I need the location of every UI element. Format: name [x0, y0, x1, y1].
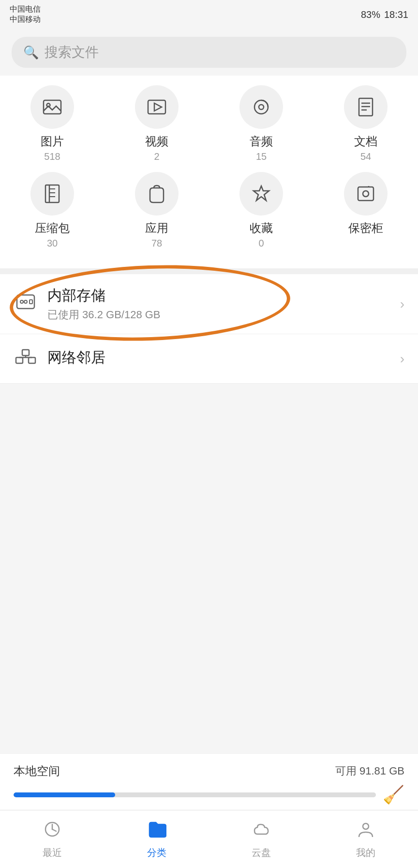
svg-rect-16: [358, 187, 373, 201]
status-right: 83% 18:31: [361, 9, 408, 20]
audio-icon-circle: [239, 85, 283, 129]
local-space-bar-row: 🧹: [14, 785, 404, 805]
search-bar[interactable]: 🔍 搜索文件: [12, 37, 406, 68]
status-bar: 中国电信 中国移动 83% 18:31: [0, 0, 418, 29]
broom-icon[interactable]: 🧹: [383, 785, 404, 805]
category-images[interactable]: 图片 518: [0, 85, 104, 162]
search-placeholder: 搜索文件: [45, 43, 99, 62]
audio-count: 15: [256, 151, 267, 162]
archive-count: 30: [47, 238, 58, 249]
internal-storage-wrapper: 内部存储 已使用 36.2 GB/128 GB ›: [0, 274, 418, 334]
video-count: 2: [154, 151, 159, 162]
svg-point-20: [20, 300, 23, 303]
local-space-section: 本地空间 可用 91.81 GB 🧹: [0, 753, 418, 810]
carrier-info: 中国电信 中国移动: [10, 4, 41, 25]
storage-section: 内部存储 已使用 36.2 GB/128 GB › 网络邻居 ›: [0, 274, 418, 384]
apps-icon-circle: [135, 172, 179, 216]
nav-recent[interactable]: 最近: [43, 820, 62, 859]
images-label: 图片: [41, 134, 64, 149]
time-label: 18:31: [384, 9, 408, 20]
carrier2-label: 中国移动: [10, 15, 41, 25]
safe-icon-circle: [344, 172, 388, 216]
archive-icon-circle: [30, 172, 74, 216]
audio-label: 音频: [250, 134, 273, 149]
search-icon: 🔍: [23, 45, 39, 60]
safe-label: 保密柜: [348, 220, 383, 236]
recent-icon: [43, 820, 62, 843]
svg-point-17: [363, 191, 369, 197]
apps-label: 应用: [145, 220, 168, 236]
apps-count: 78: [151, 238, 162, 249]
nav-cloud[interactable]: 云盘: [252, 820, 271, 859]
favorites-icon-circle: [239, 172, 283, 216]
section-divider: [0, 268, 418, 274]
local-space-title: 本地空间: [14, 763, 60, 779]
images-icon-circle: [30, 85, 74, 129]
svg-rect-24: [16, 357, 23, 363]
internal-storage-item[interactable]: 内部存储 已使用 36.2 GB/128 GB ›: [0, 274, 418, 334]
internal-storage-info: 内部存储 已使用 36.2 GB/128 GB: [47, 286, 400, 322]
internal-storage-icon: [14, 291, 38, 317]
network-storage-info: 网络邻居: [47, 348, 400, 370]
network-storage-icon: [14, 346, 38, 372]
svg-point-32: [363, 823, 369, 829]
internal-storage-chevron: ›: [400, 296, 404, 312]
category-video[interactable]: 视频 2: [104, 85, 209, 162]
network-storage-item[interactable]: 网络邻居 ›: [0, 334, 418, 384]
video-icon-circle: [135, 85, 179, 129]
svg-marker-15: [254, 186, 269, 201]
category-archive[interactable]: 压缩包 30: [0, 172, 104, 249]
category-docs[interactable]: 文档 54: [314, 85, 418, 162]
category-apps[interactable]: 应用 78: [104, 172, 209, 249]
local-space-header: 本地空间 可用 91.81 GB: [14, 763, 404, 779]
progress-bar-fill: [14, 792, 115, 797]
cloud-icon: [252, 820, 271, 843]
categories-section: 图片 518 视频 2 音频 15: [0, 76, 418, 268]
recent-label: 最近: [43, 846, 62, 859]
images-count: 518: [44, 151, 60, 162]
battery-label: 83%: [361, 9, 380, 20]
categories-icon: [147, 820, 166, 843]
archive-label: 压缩包: [35, 220, 70, 236]
svg-marker-3: [154, 103, 162, 111]
svg-rect-23: [29, 357, 35, 363]
svg-rect-0: [44, 100, 61, 114]
category-row-1: 图片 518 视频 2 音频 15: [0, 85, 418, 162]
internal-storage-title: 内部存储: [47, 286, 400, 306]
cloud-label: 云盘: [252, 846, 271, 859]
mine-icon: [356, 820, 375, 843]
svg-line-31: [52, 829, 56, 831]
bottom-navigation: 最近 分类 云盘 我的: [0, 810, 418, 868]
categories-label: 分类: [147, 846, 166, 859]
svg-point-5: [259, 105, 264, 109]
carrier1-label: 中国电信: [10, 4, 41, 15]
nav-mine[interactable]: 我的: [356, 820, 375, 859]
svg-rect-25: [22, 350, 29, 356]
svg-rect-19: [17, 295, 34, 309]
category-favorites[interactable]: 收藏 0: [209, 172, 314, 249]
docs-label: 文档: [354, 134, 377, 149]
category-safe[interactable]: 保密柜: [314, 172, 418, 249]
network-storage-title: 网络邻居: [47, 348, 400, 368]
nav-categories[interactable]: 分类: [147, 820, 166, 859]
docs-count: 54: [360, 151, 371, 162]
video-label: 视频: [145, 134, 168, 149]
internal-storage-subtitle: 已使用 36.2 GB/128 GB: [47, 308, 400, 322]
category-audio[interactable]: 音频 15: [209, 85, 314, 162]
svg-point-21: [24, 300, 27, 303]
favorites-count: 0: [258, 238, 264, 249]
mine-label: 我的: [356, 846, 375, 859]
progress-bar-background: [14, 792, 376, 797]
favorites-label: 收藏: [250, 220, 273, 236]
svg-rect-22: [30, 300, 32, 304]
docs-icon-circle: [344, 85, 388, 129]
local-space-available: 可用 91.81 GB: [335, 764, 404, 778]
category-row-2: 压缩包 30 应用 78 收藏 0: [0, 172, 418, 249]
network-storage-chevron: ›: [400, 351, 404, 367]
svg-rect-10: [45, 185, 59, 202]
